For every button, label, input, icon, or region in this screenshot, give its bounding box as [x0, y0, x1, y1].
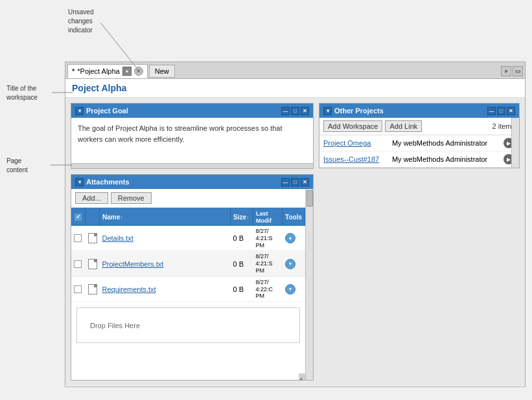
add-link-button[interactable]: Add Link — [385, 120, 422, 132]
project-goal-header: ▾ Project Goal — □ ✕ — [71, 104, 313, 118]
tab-dropdown-icon[interactable]: ▾ — [122, 67, 132, 76]
file2-size: 0 B — [231, 251, 253, 276]
project-goal-title: Project Goal — [86, 107, 281, 115]
table-row: Details.txt 0 B 8/27/4:21:SPM ▾ — [71, 226, 305, 251]
unsaved-annotation: Unsavedchangesindicator — [68, 8, 93, 35]
attach-panel-dropdown[interactable]: ▾ — [75, 178, 84, 186]
file3-link[interactable]: Requirements.txt — [102, 285, 156, 293]
other-projects-toolbar: Add Workspace Add Link 2 items — [319, 118, 519, 135]
projects-minimize-icon[interactable]: — — [487, 107, 496, 115]
attachments-panel: ▾ Attachments — □ ✕ Add... Remove — [71, 174, 314, 381]
row1-checkbox[interactable] — [74, 234, 82, 242]
table-row: Requirements.txt 0 B 8/27/4:22:CPM ▾ — [71, 276, 305, 302]
expand-icon[interactable]: » — [501, 66, 511, 76]
doc-icon — [88, 233, 97, 243]
table-row: ProjectMembers.txt 0 B 8/27/4:21:SPM ▾ — [71, 251, 305, 276]
goal-panel-resize[interactable]: · · · · · — [71, 163, 313, 168]
col-checkbox: ✓ — [71, 208, 86, 226]
file2-date: 8/27/4:21:SPM — [253, 251, 283, 276]
list-item: Issues--Cust#187 My webMethods Administr… — [319, 151, 519, 168]
left-column: ▾ Project Goal — □ ✕ The goal of Project… — [71, 103, 314, 381]
project2-owner: My webMethods Administrator — [388, 151, 500, 168]
projects-table: Project Omega My webMethods Administrato… — [319, 135, 519, 168]
size-sort-icon: ↑ — [246, 215, 249, 221]
other-projects-header: ▾ Other Projects — □ ✕ — [319, 104, 519, 118]
other-projects-title: Other Projects — [334, 107, 487, 115]
other-projects-panel: ▾ Other Projects — □ ✕ Add Workspace Add… — [319, 103, 520, 168]
right-column: ▾ Other Projects — □ ✕ Add Workspace Add… — [319, 103, 520, 381]
project-goal-panel: ▾ Project Goal — □ ✕ The goal of Project… — [71, 103, 314, 169]
tab-label: *Poject Alpha — [77, 67, 119, 75]
projects-panel-icons: — □ ✕ — [487, 107, 515, 115]
attach-close-icon[interactable]: ✕ — [301, 178, 309, 186]
scrollbar-thumb[interactable] — [306, 190, 313, 206]
title-annotation: Title of theworkspace — [6, 84, 38, 102]
tab-bar-right: » ▭ — [501, 66, 523, 76]
drop-zone[interactable]: Drop Files Here — [76, 307, 300, 343]
unsaved-indicator: * — [72, 67, 75, 75]
row3-checkbox[interactable] — [74, 285, 82, 293]
file3-size: 0 B — [231, 276, 253, 302]
tab-bar: * *Poject Alpha ▾ ✕ New » ▭ — [65, 62, 525, 79]
content-area: ▾ Project Goal — □ ✕ The goal of Project… — [65, 98, 525, 386]
active-tab[interactable]: * *Poject Alpha ▾ ✕ — [67, 64, 148, 78]
projects-panel-dropdown[interactable]: ▾ — [323, 107, 332, 115]
attachments-header: ▾ Attachments — □ ✕ — [71, 175, 313, 189]
file2-tools[interactable]: ▾ — [285, 259, 295, 269]
panel-icon[interactable]: ▭ — [513, 66, 523, 76]
doc-icon — [88, 259, 97, 269]
list-item: Project Omega My webMethods Administrato… — [319, 135, 519, 151]
attach-restore-icon[interactable]: □ — [291, 178, 299, 186]
projects-close-icon[interactable]: ✕ — [507, 107, 515, 115]
col-size-header: Size↑ — [231, 208, 253, 226]
resize-corner[interactable]: ◢ — [299, 373, 305, 380]
page-title: Poject Alpha — [65, 79, 525, 98]
file1-tools[interactable]: ▾ — [285, 233, 295, 243]
file1-date: 8/27/4:21:SPM — [253, 226, 283, 251]
attachments-content: ✓ Name↑ Size↑ LastModif — [71, 208, 313, 348]
content-annotation: Pagecontent — [6, 157, 28, 175]
tab-close-icon[interactable]: ✕ — [134, 67, 143, 76]
select-all-checkbox[interactable]: ✓ — [74, 213, 82, 221]
goal-minimize-icon[interactable]: — — [281, 107, 290, 115]
project1-owner: My webMethods Administrator — [388, 135, 500, 151]
projects-scrollbar[interactable] — [511, 118, 519, 168]
goal-close-icon[interactable]: ✕ — [301, 107, 309, 115]
attachments-title: Attachments — [86, 178, 281, 186]
new-tab-button[interactable]: New — [149, 65, 175, 78]
file3-tools[interactable]: ▾ — [285, 284, 295, 294]
project-goal-body: The goal of Project Alpha is to streamli… — [71, 118, 313, 163]
project1-link[interactable]: Project Omega — [323, 139, 371, 147]
file3-date: 8/27/4:22:CPM — [253, 276, 283, 302]
col-modified-header: LastModif — [253, 208, 283, 226]
remove-attachment-button[interactable]: Remove — [111, 192, 152, 204]
doc-icon — [88, 284, 97, 294]
add-workspace-button[interactable]: Add Workspace — [323, 120, 382, 132]
attachments-scrollbar[interactable] — [305, 189, 313, 380]
row2-checkbox[interactable] — [74, 260, 82, 268]
file1-link[interactable]: Details.txt — [102, 234, 133, 242]
col-icon-header — [86, 208, 100, 226]
file1-size: 0 B — [231, 226, 253, 251]
workspace-container: * *Poject Alpha ▾ ✕ New » ▭ Poject Alpha… — [65, 61, 526, 387]
attach-panel-icons: — □ ✕ — [281, 178, 309, 186]
add-attachment-button[interactable]: Add... — [75, 192, 108, 204]
goal-restore-icon[interactable]: □ — [291, 107, 299, 115]
goal-panel-icons: — □ ✕ — [281, 107, 309, 115]
project2-link[interactable]: Issues--Cust#187 — [323, 155, 379, 163]
projects-restore-icon[interactable]: □ — [497, 107, 505, 115]
name-sort-icon: ↑ — [120, 215, 122, 221]
attachments-table: ✓ Name↑ Size↑ LastModif — [71, 208, 305, 302]
attach-minimize-icon[interactable]: — — [281, 178, 290, 186]
col-name-header: Name↑ — [100, 208, 231, 226]
goal-panel-dropdown[interactable]: ▾ — [75, 107, 84, 115]
file2-link[interactable]: ProjectMembers.txt — [102, 260, 164, 268]
col-tools-header: Tools — [283, 208, 305, 226]
attachments-toolbar: Add... Remove — [71, 189, 313, 208]
